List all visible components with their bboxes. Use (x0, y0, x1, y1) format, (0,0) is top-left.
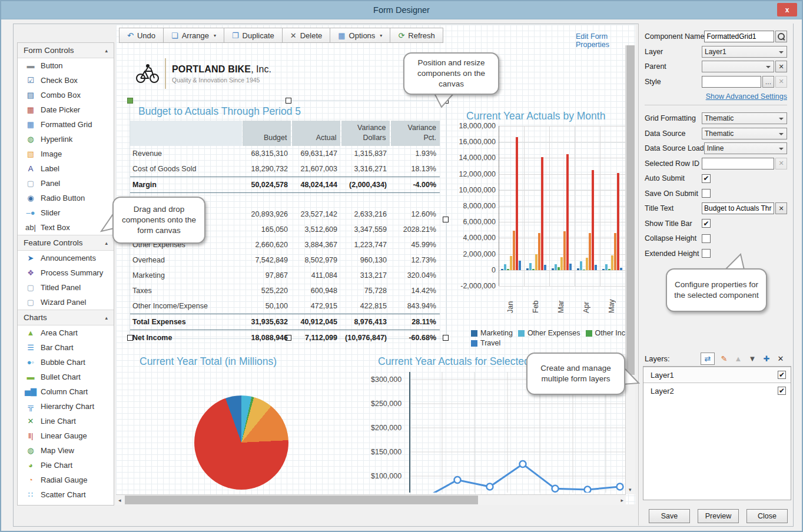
bar-other-inc-mar (558, 267, 560, 270)
sidebar-item-wizard-panel[interactable]: ▢Wizard Panel (18, 295, 114, 310)
sidebar-item-image[interactable]: ▧Image (18, 147, 114, 161)
property-control (704, 31, 787, 42)
sidebar-item-label: Hyperlink (41, 135, 72, 144)
sidebar-item-check-box[interactable]: ☑Check Box (18, 73, 114, 88)
collapse-height-checkbox[interactable] (702, 234, 711, 243)
table-cell: Cost of Goods Sold (130, 161, 242, 177)
layer-visible-checkbox[interactable]: ✔ (778, 371, 786, 379)
selected-row-id-input[interactable] (702, 159, 774, 168)
bar-series-orange-jan (513, 231, 515, 270)
sidebar-item-announcements[interactable]: ➤Announcements (18, 251, 114, 265)
sidebar-item-bubble-chart[interactable]: ●◦Bubble Chart (18, 355, 114, 370)
property-label: Component Name (645, 32, 704, 41)
title-text-input[interactable] (702, 204, 774, 212)
browse-style-button[interactable]: … (762, 76, 774, 88)
layer-row-layer2[interactable]: Layer2✔ (643, 383, 791, 398)
pie-chart-component[interactable]: Current Year Total (in Millions) (140, 354, 375, 494)
sidebar-item-titled-panel[interactable]: ▢Titled Panel (18, 280, 114, 295)
section-header-form-controls[interactable]: Form Controls▴ (18, 43, 114, 58)
layer-visible-checkbox[interactable]: ✔ (778, 387, 786, 395)
scroll-right-arrow[interactable]: ▸ (620, 497, 623, 503)
close-button[interactable]: Close (746, 509, 788, 523)
duplicate-button[interactable]: ❐Duplicate (224, 28, 283, 43)
layers-list[interactable]: Layer1✔Layer2✔ (643, 366, 791, 500)
save-button[interactable]: Save (649, 509, 690, 523)
resize-handle-top-left[interactable] (127, 98, 133, 104)
section-header-feature-controls[interactable]: Feature Controls▴ (18, 235, 114, 251)
scroll-down-arrow[interactable]: ▾ (629, 487, 632, 493)
sidebar-item-radial-gauge[interactable]: ◔Radial Gauge (18, 473, 114, 487)
clear-icon[interactable]: ✕ (775, 61, 787, 72)
layer-row-layer1[interactable]: Layer1✔ (643, 367, 791, 383)
grid-formatting-select[interactable]: Thematic (702, 112, 787, 124)
component-name-input[interactable] (705, 32, 774, 41)
canvas-horizontal-scrollbar[interactable]: ◂ ▸ (116, 494, 626, 505)
vertical-scroll-thumb[interactable] (626, 45, 635, 375)
sidebar-item-hierarchy-chart[interactable]: ╦Hierarchy Chart (18, 399, 114, 414)
sidebar-item-radio-button[interactable]: ◉Radio Button (18, 191, 114, 205)
table-cell: 14.42% (390, 283, 440, 298)
sidebar-item-line-chart[interactable]: ✕Line Chart (18, 414, 114, 428)
sidebar-item-column-chart[interactable]: ▅▇Column Chart (18, 384, 114, 399)
undo-button[interactable]: ↶Undo (119, 28, 164, 43)
show-title-bar-checkbox[interactable]: ✔ (702, 219, 711, 228)
sidebar-item-scatter-chart[interactable]: ∷Scatter Chart (18, 487, 114, 502)
arrange-button[interactable]: ❏Arrange▾ (163, 28, 224, 43)
sidebar-item-combo-box[interactable]: ▤Combo Box (18, 88, 114, 102)
canvas-vertical-scrollbar[interactable]: ▾ (625, 45, 635, 494)
scroll-left-arrow[interactable]: ◂ (118, 497, 121, 503)
sidebar-item-date-picker[interactable]: ▦Date Picker (18, 102, 114, 117)
sidebar-item-bar-chart[interactable]: ☰Bar Chart (18, 340, 114, 355)
show-advanced-settings-link[interactable]: Show Advanced Settings (706, 92, 787, 101)
edit-layer-icon[interactable]: ✎ (717, 354, 731, 363)
sidebar-item-map-view[interactable]: ◍Map View (18, 443, 114, 458)
extended-height-checkbox[interactable] (702, 249, 711, 258)
table-cell: 1,223,747 (341, 237, 390, 252)
sidebar-item-label: Wizard Panel (41, 298, 86, 307)
preview-button[interactable]: Preview (698, 509, 739, 523)
horizontal-scroll-thumb[interactable] (125, 496, 478, 504)
x-axis-tick-label: Jan (506, 290, 515, 313)
sidebar-item-linear-gauge[interactable]: ‖|Linear Gauge (18, 428, 114, 443)
resize-handle-bottom-right[interactable] (443, 335, 449, 341)
delete-button[interactable]: ✕Delete (282, 28, 330, 43)
sidebar-item-formatted-grid[interactable]: ▦Formatted Grid (18, 117, 114, 132)
design-canvas[interactable]: ↶Undo❏Arrange▾❐Duplicate✕Delete▦Options▾… (116, 25, 635, 504)
property-control: ✔ (702, 174, 787, 183)
data-source-load-select[interactable]: Inline (704, 142, 787, 154)
search-icon[interactable] (775, 31, 787, 42)
section-header-charts[interactable]: Charts▴ (18, 310, 114, 325)
resize-handle-mid-right[interactable] (443, 217, 449, 222)
move-layer-down-icon[interactable]: ▼ (745, 354, 759, 363)
data-source-select[interactable]: Thematic (702, 128, 787, 139)
sidebar-item-label[interactable]: ALabel (18, 161, 114, 176)
options-icon: ▦ (338, 32, 345, 39)
style-input[interactable] (702, 78, 761, 86)
bar-chart-component[interactable]: Current Year Actuals by Month MarketingO… (454, 104, 625, 351)
bar-series-gold-apr (586, 258, 588, 270)
refresh-button[interactable]: ⟳Refresh (390, 28, 443, 43)
sidebar-item-bullet-chart[interactable]: ▬Bullet Chart (18, 370, 114, 384)
sidebar-item-button[interactable]: ▬Button (18, 58, 114, 73)
sidebar-item-hyperlink[interactable]: ◍Hyperlink (18, 132, 114, 147)
table-cell: -60.68% (390, 330, 440, 346)
sidebar-item-area-chart[interactable]: ▲Area Chart (18, 325, 114, 340)
auto-submit-checkbox[interactable]: ✔ (702, 174, 711, 183)
add-layer-icon[interactable]: ✚ (759, 354, 774, 363)
property-label: Style (645, 78, 702, 86)
table-cell: -4.00% (390, 177, 440, 193)
resize-handle-top-center[interactable] (286, 98, 291, 104)
sidebar-item-process-summary[interactable]: ❖Process Summary (18, 265, 114, 280)
reorder-layers-icon[interactable]: ⇄ (701, 353, 715, 365)
bar-travel-feb (544, 265, 546, 270)
clear-icon[interactable]: ✕ (775, 202, 787, 214)
close-button[interactable]: x (777, 3, 797, 16)
save-on-submit-checkbox[interactable] (702, 189, 711, 198)
parent-select[interactable] (702, 61, 774, 72)
delete-layer-icon[interactable]: ✕ (774, 354, 788, 363)
sidebar-item-pie-chart[interactable]: ◕Pie Chart (18, 458, 114, 473)
options-button[interactable]: ▦Options▾ (330, 28, 390, 43)
sidebar-item-panel[interactable]: ▢Panel (18, 176, 114, 191)
bar-series-gold-may (611, 255, 613, 270)
layer-select[interactable]: Layer1 (702, 46, 787, 58)
